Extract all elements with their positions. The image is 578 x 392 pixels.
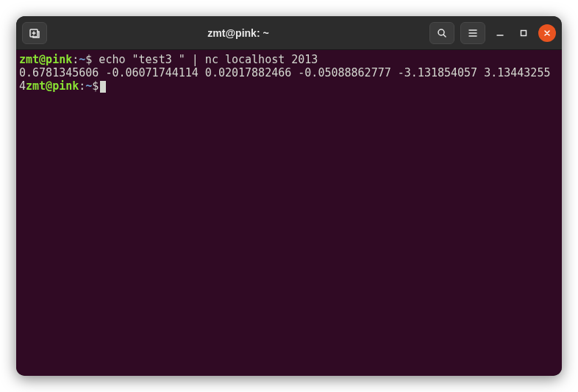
- prompt-symbol: $: [85, 53, 92, 66]
- prompt-path: ~: [85, 79, 92, 93]
- minimize-icon: [496, 29, 504, 38]
- maximize-icon: [519, 29, 528, 38]
- terminal-window: zmt@pink: ~: [16, 16, 562, 376]
- search-icon: [436, 27, 448, 39]
- terminal-line: zmt@pink:~$ echo "test3 " | nc localhost…: [19, 53, 318, 66]
- new-tab-icon: [29, 27, 40, 39]
- close-icon: [543, 29, 552, 38]
- prompt-user: zmt@pink: [26, 79, 79, 93]
- svg-rect-2: [521, 30, 527, 35]
- minimize-button[interactable]: [491, 24, 509, 42]
- maximize-button[interactable]: [515, 24, 532, 42]
- new-tab-button[interactable]: [22, 22, 47, 44]
- prompt-sep: :: [79, 79, 85, 93]
- menu-button[interactable]: [460, 22, 485, 44]
- titlebar-left: [22, 22, 47, 44]
- terminal-body[interactable]: zmt@pink:~$ echo "test3 " | nc localhost…: [16, 50, 562, 376]
- titlebar-right: [429, 22, 556, 44]
- command-text: echo "test3 " | nc localhost 2013: [92, 53, 318, 66]
- terminal-line: 4zmt@pink:~$: [19, 79, 106, 93]
- close-button[interactable]: [538, 24, 556, 42]
- prompt-user: zmt@pink: [19, 53, 72, 66]
- search-button[interactable]: [429, 22, 454, 44]
- titlebar: zmt@pink: ~: [16, 16, 562, 50]
- hamburger-icon: [467, 27, 479, 39]
- output-line: 0.6781345606 -0.06071744114 0.0201788246…: [19, 66, 550, 79]
- window-title: zmt@pink: ~: [53, 27, 424, 39]
- prompt-sep: :: [72, 53, 79, 66]
- prompt-path: ~: [79, 53, 85, 66]
- prompt-symbol: $: [92, 79, 99, 93]
- output-prefix: 4: [19, 79, 26, 93]
- cursor: [100, 81, 106, 93]
